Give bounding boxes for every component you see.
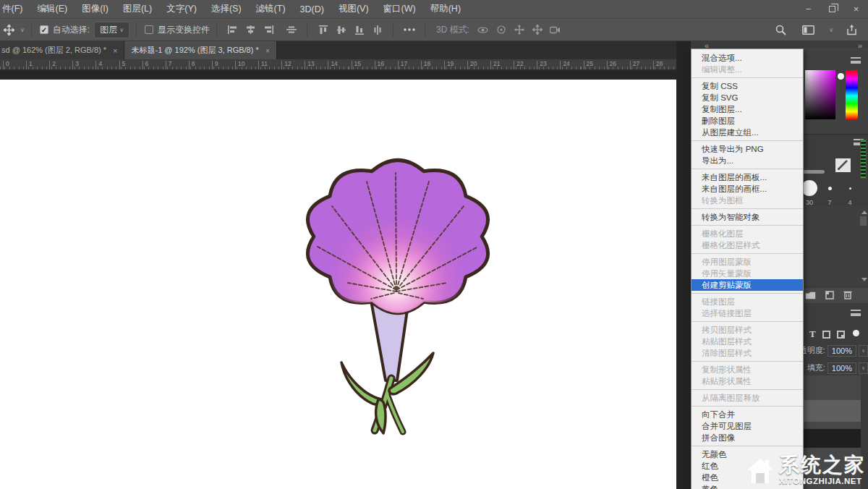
brush-preset[interactable]: 7 <box>820 177 840 206</box>
ruler-number: 19 <box>447 60 454 67</box>
auto-select-target-dropdown[interactable]: 图层 ∨ <box>94 22 129 38</box>
scroll-down-icon[interactable] <box>861 278 867 281</box>
align-left-icon[interactable] <box>226 25 239 35</box>
brush-preset[interactable]: 4 <box>840 177 860 206</box>
align-center-h-icon[interactable] <box>244 25 257 35</box>
panel-slider[interactable] <box>803 170 825 174</box>
3d-roll-icon[interactable] <box>495 25 507 35</box>
restore-button[interactable] <box>820 0 844 18</box>
color-picker-marker[interactable] <box>838 73 844 80</box>
menubar-item[interactable]: 3D(D) <box>293 0 331 18</box>
opacity-value[interactable]: 100% <box>827 345 856 357</box>
context-menu-item[interactable]: 从图层建立组... <box>692 127 803 138</box>
menu-separator <box>692 446 803 446</box>
context-menu-item[interactable]: 删除图层 <box>692 115 803 127</box>
photoshop-window: 件(F)编辑(E)图像(I)图层(L)文字(Y)选择(S)滤镜(T)3D(D)视… <box>0 0 868 489</box>
distribute-v-icon[interactable] <box>371 25 383 35</box>
options-bar-right: ∨ <box>772 19 861 41</box>
context-menu-item[interactable]: 转换为智能对象 <box>692 211 803 223</box>
tab-document-2[interactable]: 未标题-1 @ 192% (图层 3, RGB/8) * × <box>124 41 277 59</box>
color-panel <box>799 48 868 134</box>
color-saturation-square[interactable] <box>805 70 835 119</box>
tool-preset-chevron-icon[interactable]: ∨ <box>20 27 25 33</box>
panel-menu-icon[interactable] <box>851 57 861 64</box>
context-menu-item[interactable]: 混合选项... <box>692 52 803 64</box>
menubar-item[interactable]: 图层(L) <box>116 0 159 18</box>
align-middle-icon[interactable] <box>335 25 347 35</box>
align-right-icon[interactable] <box>263 25 275 35</box>
auto-select-label: 自动选择: <box>53 24 90 36</box>
menubar-item[interactable]: 帮助(H) <box>423 0 468 18</box>
scroll-up-icon[interactable] <box>861 211 867 214</box>
filter-smart-object-icon[interactable] <box>837 331 845 339</box>
document-canvas[interactable] <box>0 80 676 489</box>
context-menu-item[interactable]: 复制 SVG <box>692 92 803 103</box>
close-tab-icon[interactable]: × <box>265 46 270 55</box>
menubar-item[interactable]: 滤镜(T) <box>249 0 293 18</box>
menubar-item[interactable]: 视图(V) <box>331 0 376 18</box>
3d-camera-icon[interactable] <box>549 25 561 35</box>
delete-layer-icon[interactable] <box>843 289 852 302</box>
separator <box>393 22 393 37</box>
align-top-icon[interactable] <box>317 25 329 35</box>
new-group-icon[interactable] <box>805 289 816 302</box>
context-menu-item[interactable]: 导出为... <box>692 155 803 166</box>
menubar-item[interactable]: 文字(Y) <box>159 0 204 18</box>
ruler-number: 4 <box>98 60 102 67</box>
more-options-icon[interactable] <box>403 25 415 35</box>
show-transform-checkbox[interactable] <box>145 25 153 34</box>
menubar-item[interactable]: 选择(S) <box>204 0 249 18</box>
close-tab-icon[interactable]: × <box>113 46 117 55</box>
menubar-item[interactable]: 图像(I) <box>75 0 116 18</box>
share-icon[interactable] <box>846 25 858 35</box>
brush-preview-icon[interactable] <box>835 158 851 172</box>
menubar-item[interactable]: 件(F) <box>0 0 30 18</box>
3d-pan-icon[interactable] <box>513 25 525 35</box>
close-button[interactable]: × <box>844 0 868 18</box>
context-menu-item[interactable]: 合并可见图层 <box>692 420 803 432</box>
context-menu-item[interactable]: 向下合并 <box>692 409 803 420</box>
ruler-number: 12 <box>284 60 291 67</box>
context-menu-item[interactable]: 来自图层的画板... <box>692 171 803 183</box>
new-layer-icon[interactable] <box>825 289 834 302</box>
pasteboard-right <box>676 41 691 489</box>
3d-slide-icon[interactable] <box>531 25 543 35</box>
move-tool-icon[interactable] <box>3 25 15 35</box>
context-menu-item[interactable]: 复制 CSS <box>692 80 803 92</box>
brush-panel-slider[interactable] <box>860 140 867 179</box>
minimize-button[interactable]: − <box>796 0 820 18</box>
distribute-h-icon[interactable] <box>285 25 297 35</box>
ruler-number: 28 <box>656 60 663 67</box>
separator <box>216 22 217 37</box>
context-menu-item[interactable]: 创建剪贴蒙版 <box>692 279 803 291</box>
menubar-item[interactable]: 编辑(E) <box>30 0 75 18</box>
align-bottom-icon[interactable] <box>353 25 365 35</box>
ruler-number: 27 <box>633 60 639 67</box>
auto-select-checkbox[interactable]: ✓ <box>40 25 48 34</box>
search-icon[interactable] <box>775 25 787 35</box>
context-menu-item[interactable]: 来自图层的画框... <box>692 183 803 195</box>
filter-shape-icon[interactable] <box>822 331 830 339</box>
menu-separator <box>692 293 803 294</box>
workspace-chevron-icon[interactable]: ∨ <box>829 27 833 33</box>
menu-separator <box>692 389 803 390</box>
fill-value[interactable]: 100% <box>827 362 856 374</box>
workspace-icon[interactable] <box>802 25 814 35</box>
layer-thumbnail[interactable] <box>799 429 868 448</box>
selected-layer-row[interactable] <box>799 400 861 422</box>
context-menu-item[interactable]: 复制图层... <box>692 103 803 115</box>
tab-document-1[interactable]: sd @ 162% (图层 2, RGB/8) * × <box>0 41 124 59</box>
menubar-item[interactable]: 窗口(W) <box>376 0 423 18</box>
layer-context-menu: 混合选项...编辑调整...复制 CSS复制 SVG复制图层...删除图层从图层… <box>691 48 804 489</box>
color-hue-strip[interactable] <box>846 70 858 119</box>
scrollbar-thumb[interactable] <box>860 216 867 226</box>
opacity-chevron-icon[interactable]: ∨ <box>859 345 868 357</box>
filter-toggle-icon[interactable] <box>853 330 859 336</box>
tab-title: sd @ 162% (图层 2, RGB/8) * <box>1 45 106 56</box>
context-menu-item[interactable]: 快速导出为 PNG <box>692 143 803 155</box>
fill-chevron-icon[interactable]: ∨ <box>859 362 868 374</box>
3d-orbit-icon[interactable] <box>477 25 489 35</box>
layers-panel-menu-icon[interactable] <box>851 310 861 316</box>
filter-type-icon[interactable]: T <box>809 328 816 340</box>
context-menu-item[interactable]: 拼合图像 <box>692 432 803 443</box>
